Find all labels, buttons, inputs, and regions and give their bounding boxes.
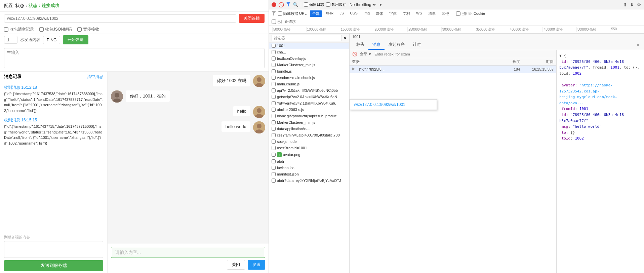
- tab-timing[interactable]: 计时: [409, 40, 425, 50]
- file-item-vendors-main[interactable]: vendors~main.chunk.js: [269, 75, 349, 81]
- blocked-icon: 🚫: [352, 52, 357, 56]
- ws-search-input[interactable]: [374, 52, 554, 56]
- ping-button[interactable]: PING: [43, 36, 60, 44]
- file-item-markerclusterer[interactable]: MarkerClusterer_min.js: [269, 62, 349, 68]
- msg-body-1: {"id": {"timestamp":1617437538,"date":16…: [4, 91, 103, 113]
- file-item-qt-verify[interactable]: ?qt=verify&v=2.1&ak=IIXbW84tKu6.: [269, 100, 349, 107]
- ws-msg-data-1: {"id":"78925f8...: [359, 67, 500, 71]
- selected-file-name: 1001: [352, 35, 360, 39]
- clear-on-receive-checkbox[interactable]: 收包清空记录: [4, 27, 34, 32]
- filter-icon-small[interactable]: ✕: [343, 36, 347, 40]
- record-icon[interactable]: [272, 2, 276, 7]
- search-icon[interactable]: 🔍: [293, 2, 298, 7]
- file-item-getscript[interactable]: getscript?v=2.0&ak=IIXbW84tKu6oN: [269, 94, 349, 100]
- file-item-markerclusterer2[interactable]: MarkerClusterer_min.js: [269, 119, 349, 126]
- tab-close-button[interactable]: ✕: [635, 40, 641, 50]
- chat-input[interactable]: [111, 247, 265, 258]
- throttle-down-icon[interactable]: ▼: [379, 3, 383, 7]
- filter-tab-media[interactable]: 媒体: [373, 10, 386, 17]
- to-server-textarea[interactable]: [4, 241, 103, 258]
- ws-url-input[interactable]: [4, 14, 236, 23]
- chat-buttons: 关闭 发送: [111, 260, 265, 270]
- download-icon[interactable]: ⬇: [630, 2, 634, 7]
- tl-250k: 250000 毫秒: [407, 27, 441, 32]
- preserve-log-checkbox[interactable]: 保留日志: [304, 2, 324, 7]
- file-name-getscript: getscript?v=2.0&ak=IIXbW84tKu6oN: [277, 95, 347, 99]
- filter-tab-ws[interactable]: WS: [414, 10, 425, 17]
- col-header-length: 长度: [500, 59, 520, 64]
- filter-selector-icon[interactable]: [272, 11, 276, 16]
- clear-messages-link[interactable]: 清空消息: [87, 74, 103, 80]
- send-content-textarea[interactable]: [4, 48, 265, 68]
- file-item-chat[interactable]: cha...: [269, 49, 349, 55]
- blocked-requests-checkbox[interactable]: [272, 20, 276, 24]
- ws-filter-dropdown[interactable]: 全部 ▼: [360, 51, 372, 56]
- tab-messages[interactable]: 消息: [368, 40, 385, 50]
- tl-150k: 150000 毫秒: [340, 27, 374, 32]
- filter-icon[interactable]: [286, 2, 291, 7]
- close-connection-button[interactable]: 关闭连接: [239, 14, 265, 23]
- filter-tab-other[interactable]: 其他: [439, 10, 451, 17]
- file-filter-input[interactable]: [272, 35, 342, 41]
- file-name-favicon: favicon.ico: [277, 166, 347, 170]
- filter-tab-doc[interactable]: 文档: [400, 10, 412, 17]
- stop-icon[interactable]: 🚫: [278, 2, 284, 7]
- file-item-manifest[interactable]: manifest.json: [269, 171, 349, 178]
- ws-message-row-1[interactable]: ▶ {"id":"78925f8... 184 16:15:15.387: [350, 66, 556, 73]
- file-item-css-lato[interactable]: css?family=Lato:400,700,400italic,700: [269, 132, 349, 139]
- tl-100k: 100000 毫秒: [306, 27, 340, 32]
- file-name-sockjs: sockjs-node: [277, 140, 347, 144]
- file-item-1001[interactable]: 1001: [269, 43, 349, 49]
- filter-tab-js[interactable]: JS: [337, 10, 346, 17]
- pause-receive-checkbox[interactable]: 暂停接收: [77, 27, 99, 32]
- svg-point-4: [115, 93, 119, 98]
- file-item-blank-gif[interactable]: blank.gif?product=jsapi&sub_produc: [269, 113, 349, 119]
- upload-icon[interactable]: ⬆: [623, 2, 627, 7]
- file-item-main-chunk[interactable]: main.chunk.js: [269, 81, 349, 87]
- throttle-select[interactable]: No throttling: [348, 2, 377, 7]
- ws-blocked-icon-1: ▶: [352, 67, 358, 72]
- file-item-abdr[interactable]: abdr: [269, 158, 349, 165]
- blocked-cookie-checkbox[interactable]: 已阻止 Cookie: [456, 11, 485, 16]
- file-item-abdr2[interactable]: abdr?data=eyJkYXRhIjoiYzBjYzAxOTJ: [269, 178, 349, 184]
- close-chat-button[interactable]: 关闭: [227, 260, 245, 270]
- tl-500k: 500000 毫秒: [576, 27, 610, 32]
- selected-file-container: 1001 ws://127.0.0.1:9092/ws/1001: [350, 34, 644, 40]
- json-decode-checkbox[interactable]: 收包JSON解码: [39, 27, 72, 32]
- send-interval-input[interactable]: 1: [4, 36, 17, 44]
- filter-tab-css[interactable]: CSS: [348, 10, 360, 17]
- ws-url-popup-item[interactable]: ws://127.0.0.1:9092/ws/1001: [350, 101, 437, 108]
- file-item-data-app[interactable]: data:application/x-...: [269, 126, 349, 132]
- file-name-qt-verify: ?qt=verify&v=2.1&ak=IIXbW84tKu6.: [277, 101, 347, 105]
- file-item-sockjs[interactable]: sockjs-node: [269, 139, 349, 145]
- tab-headers[interactable]: 标头: [352, 40, 368, 50]
- filter-tab-manifest[interactable]: 清单: [426, 10, 438, 17]
- filter-tab-img[interactable]: Img: [361, 10, 372, 17]
- start-send-button[interactable]: 开始发送: [63, 35, 88, 44]
- file-item-user[interactable]: user?fromId=1001: [269, 145, 349, 151]
- tab-initiator[interactable]: 发起程序: [385, 40, 409, 50]
- file-item-favicon[interactable]: favicon.ico: [269, 165, 349, 171]
- timeline-labels: 50000 毫秒 100000 毫秒 150000 毫秒 200000 毫秒 2…: [269, 27, 644, 32]
- svg-point-10: [257, 124, 261, 128]
- filter-tabs: 全部 XHR JS CSS Img 媒体 字体 文档 WS 清单 其他: [310, 10, 451, 17]
- file-item-api[interactable]: api?v=2.0&ak=IIXbW84tKu6oNCj0bb: [269, 87, 349, 94]
- file-item-abclite[interactable]: abclite-2063-s.js: [269, 107, 349, 113]
- settings-icon[interactable]: ⚙: [637, 1, 641, 8]
- file-name-api: api?v=2.0&ak=IIXbW84tKu6oNCj0bb: [277, 88, 347, 92]
- file-item-avatar[interactable]: i avatar.png: [269, 151, 349, 158]
- send-to-server-button[interactable]: 发送到服务端: [4, 260, 103, 271]
- chat-message-4: hello world: [111, 121, 265, 133]
- filter-tab-all[interactable]: 全部: [310, 10, 322, 17]
- filter-tab-xhr[interactable]: XHR: [323, 10, 336, 17]
- hide-data-urls-checkbox[interactable]: 隐藏数据 URL: [278, 11, 307, 16]
- to-server-placeholder: 到服务端的内容: [4, 233, 103, 241]
- send-row: 1 秒发送内容 PING 开始发送: [0, 34, 269, 46]
- ws-detail-tabs: 标头 消息 发起程序 计时 ✕: [350, 40, 644, 50]
- send-chat-button[interactable]: 发送: [248, 260, 265, 270]
- disable-cache-checkbox[interactable]: 禁用缓存: [326, 2, 346, 7]
- filter-tab-font[interactable]: 字体: [387, 10, 399, 17]
- file-name-1001: 1001: [277, 44, 347, 48]
- file-item-bundle[interactable]: bundle.js: [269, 68, 349, 75]
- file-item-texticonoverlay[interactable]: textIconOverlay.js: [269, 55, 349, 62]
